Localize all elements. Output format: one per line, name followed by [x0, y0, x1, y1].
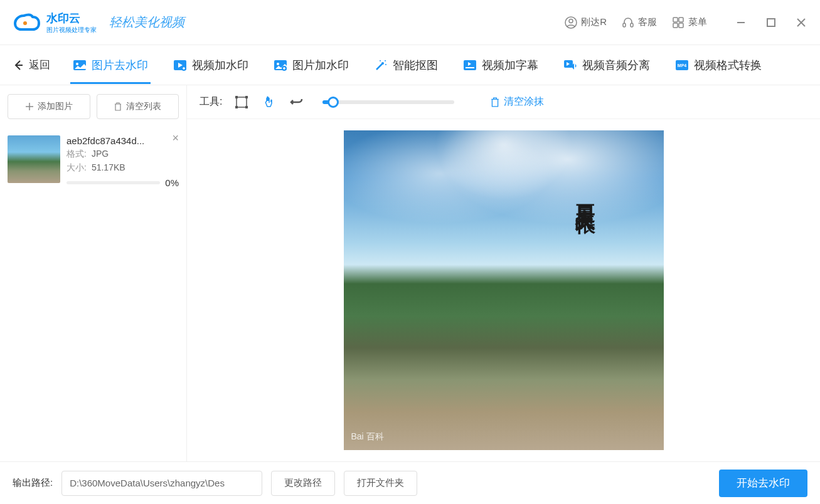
- file-sidebar: 添加图片 清空列表 aeb2fdc87a434d... 格式: JPG 大小:: [0, 85, 187, 461]
- image-remove-icon: [73, 58, 87, 72]
- support-button[interactable]: 客服: [622, 16, 657, 29]
- canvas-toolbar: 工具: 清空涂抹: [187, 85, 820, 119]
- support-label: 客服: [638, 16, 657, 28]
- undo-button[interactable]: [289, 94, 305, 110]
- svg-line-26: [376, 63, 383, 70]
- tab-image-add-watermark[interactable]: 图片加水印: [271, 46, 351, 84]
- video-subtitle-icon: [463, 58, 477, 72]
- menu-label: 菜单: [688, 16, 707, 28]
- menu-button[interactable]: 菜单: [672, 16, 707, 29]
- svg-point-30: [380, 60, 381, 61]
- app-header: 水印云 图片视频处理专家 轻松美化视频 刚达R 客服 菜单: [0, 0, 820, 45]
- file-name: aeb2fdc87a434d...: [67, 135, 161, 146]
- file-thumbnail: [8, 135, 60, 183]
- image-title-text: 夏日友人帳: [572, 188, 600, 201]
- logo-subtitle: 图片视频处理专家: [46, 26, 97, 34]
- remove-file-button[interactable]: ×: [172, 132, 179, 145]
- file-item[interactable]: aeb2fdc87a434d... 格式: JPG 大小: 51.17KB 0%…: [8, 132, 179, 192]
- headset-icon: [622, 16, 634, 29]
- svg-point-0: [23, 21, 27, 25]
- svg-rect-5: [673, 18, 678, 22]
- user-label: 刚达R: [581, 16, 607, 28]
- logo-tagline: 轻松美化视频: [109, 14, 184, 31]
- svg-point-22: [277, 63, 279, 65]
- magic-wand-icon: [374, 58, 388, 72]
- svg-point-15: [76, 63, 78, 65]
- video-format-icon: MP4: [675, 58, 689, 72]
- user-account[interactable]: 刚达R: [565, 16, 607, 29]
- svg-rect-8: [679, 23, 683, 28]
- image-add-icon: [274, 58, 287, 72]
- undo-icon: [290, 95, 304, 109]
- brush-size-slider[interactable]: [322, 100, 454, 104]
- svg-point-27: [381, 62, 384, 65]
- logo-title: 水印云: [46, 11, 97, 26]
- clear-brush-button[interactable]: 清空涂抹: [490, 95, 544, 108]
- svg-rect-43: [235, 106, 238, 108]
- trash-icon: [114, 102, 122, 111]
- selection-tool[interactable]: [233, 94, 250, 110]
- image-preview: 夏日友人帳 Bai 百科: [344, 130, 664, 450]
- app-footer: 输出路径: 更改路径 打开文件夹 开始去水印: [0, 461, 820, 504]
- maximize-button[interactable]: [765, 16, 777, 29]
- open-folder-button[interactable]: 打开文件夹: [344, 471, 417, 496]
- svg-rect-7: [673, 23, 678, 28]
- arrow-left-icon: [13, 60, 24, 71]
- hand-icon: [262, 95, 276, 109]
- svg-rect-33: [466, 67, 474, 68]
- tab-video-audio-split[interactable]: 视频音频分离: [561, 46, 652, 84]
- svg-rect-44: [245, 106, 248, 108]
- tool-label: 工具:: [200, 95, 222, 108]
- app-logo: 水印云 图片视频处理专家 轻松美化视频: [13, 11, 184, 34]
- svg-text:MP4: MP4: [678, 63, 687, 68]
- minimize-button[interactable]: [735, 16, 747, 29]
- svg-rect-31: [464, 60, 476, 70]
- tab-video-add-watermark[interactable]: 视频加水印: [171, 46, 251, 84]
- tab-video-subtitle[interactable]: 视频加字幕: [461, 46, 541, 84]
- change-path-button[interactable]: 更改路径: [271, 471, 335, 496]
- image-canvas[interactable]: 夏日友人帳 Bai 百科: [187, 119, 820, 461]
- video-audio-icon: [563, 58, 577, 72]
- progress-percent: 0%: [165, 177, 179, 188]
- svg-rect-6: [679, 18, 683, 22]
- svg-rect-41: [235, 96, 238, 98]
- tab-smart-cutout[interactable]: 智能抠图: [371, 46, 440, 84]
- svg-rect-40: [237, 97, 247, 107]
- grid-icon: [672, 16, 684, 29]
- cloud-logo-icon: [13, 12, 40, 33]
- clear-list-button[interactable]: 清空列表: [97, 94, 179, 119]
- trash-icon: [490, 97, 500, 107]
- plus-icon: [25, 102, 34, 111]
- tab-image-remove-watermark[interactable]: 图片去水印: [70, 46, 151, 84]
- main-tabbar: 返回 图片去水印 视频加水印 图片加水印 智能抠图 视频加字幕 视频音频分离 M…: [0, 45, 820, 85]
- tab-video-format[interactable]: MP4 视频格式转换: [673, 46, 764, 84]
- brush-tool[interactable]: [261, 94, 277, 110]
- svg-rect-10: [767, 19, 775, 26]
- svg-point-2: [569, 19, 573, 23]
- svg-point-29: [385, 64, 386, 65]
- add-image-button[interactable]: 添加图片: [8, 94, 90, 119]
- slider-thumb[interactable]: [327, 97, 339, 108]
- output-path-input[interactable]: [61, 471, 262, 496]
- back-button[interactable]: 返回: [13, 58, 50, 72]
- svg-point-28: [385, 60, 386, 61]
- selection-icon: [235, 95, 248, 109]
- image-watermark: Bai 百科: [351, 431, 384, 443]
- user-icon: [565, 16, 577, 29]
- video-add-icon: [173, 58, 187, 72]
- start-button[interactable]: 开始去水印: [719, 470, 807, 497]
- close-button[interactable]: [795, 16, 807, 29]
- progress-bar: [67, 181, 160, 184]
- svg-rect-42: [245, 96, 248, 98]
- output-path-label: 输出路径:: [13, 477, 53, 489]
